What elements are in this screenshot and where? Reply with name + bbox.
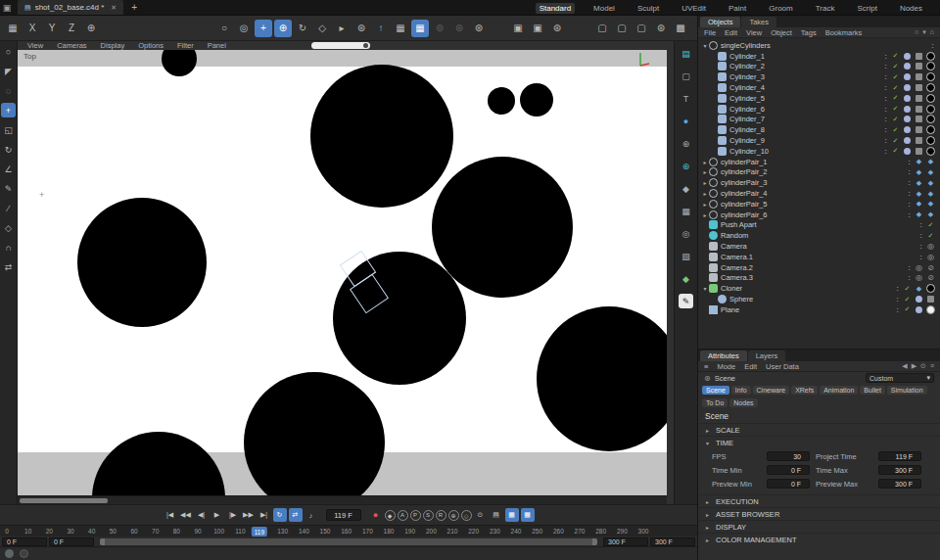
om-row-cloner[interactable]: ▾Cloner:✓◆	[698, 283, 940, 294]
next-frame-button[interactable]: |▶	[226, 508, 240, 522]
tag-matblack-icon[interactable]	[926, 72, 935, 81]
prev-key-button[interactable]: ◀◀	[179, 508, 193, 522]
timeline-prefs-button[interactable]: ▦	[521, 508, 535, 522]
layout-uvedit[interactable]: UVEdit	[678, 3, 710, 14]
expand-arrow-icon[interactable]: ▸	[701, 179, 709, 186]
om-row-cylinder-6[interactable]: Cylinder_6:✓	[698, 104, 940, 115]
layout-nodes[interactable]: Nodes	[896, 3, 926, 14]
tag-xp-icon[interactable]: ◆	[915, 178, 923, 187]
cylinder-shape-9[interactable]	[244, 372, 385, 495]
preview-min-field[interactable]: 0 F	[767, 479, 810, 489]
om-row-singlecylinders[interactable]: ▾singleCylinders:	[698, 40, 940, 51]
tag-phong-icon[interactable]	[903, 62, 912, 70]
om-filter-icon[interactable]: ▾	[922, 28, 926, 36]
status-render-icon[interactable]	[5, 549, 14, 558]
record-scale-button[interactable]: S	[423, 510, 434, 521]
visibility-dots-icon[interactable]: :	[883, 52, 888, 61]
layout-groom[interactable]: Groom	[765, 3, 796, 14]
tag-check-icon[interactable]: ✓	[891, 62, 900, 70]
tag-matblack-icon[interactable]	[926, 147, 935, 156]
close-tab-icon[interactable]: ✕	[111, 4, 117, 12]
tag-matwhite-icon[interactable]	[926, 305, 935, 314]
visibility-dots-icon[interactable]: :	[883, 147, 888, 156]
new-tab-button[interactable]: +	[131, 2, 137, 13]
tag-matblack-icon[interactable]	[926, 52, 935, 61]
next-key-button[interactable]: ▶▶	[242, 508, 256, 522]
visibility-dots-icon[interactable]: :	[907, 200, 912, 209]
layout-custom-view-button[interactable]: ▢	[633, 20, 650, 37]
simulate-settings-button[interactable]: ⊛	[352, 20, 370, 37]
tag-check-icon[interactable]: ✓	[891, 52, 900, 61]
tag-cam-icon[interactable]: ◎	[915, 273, 923, 282]
sound-toggle-button[interactable]: ♪	[305, 508, 318, 522]
mirror-tool-icon[interactable]: ⇄	[1, 259, 16, 274]
autokey-button[interactable]: A	[398, 510, 408, 521]
tag-check-icon[interactable]: ✓	[903, 284, 912, 293]
om-row-cylinder-1[interactable]: Cylinder_1:✓	[698, 51, 940, 62]
vp-menu-item-options[interactable]: Options	[138, 41, 164, 50]
viewport-horizontal-scrollbar[interactable]	[18, 495, 667, 504]
pm-item-edit[interactable]: Edit	[744, 362, 757, 371]
tag-phong-icon[interactable]	[903, 105, 912, 114]
lock-x-button[interactable]: X	[24, 20, 41, 37]
tag-check-icon[interactable]: ✓	[903, 305, 912, 314]
time-max-field[interactable]: 300 F	[878, 465, 921, 475]
tag-xp-icon[interactable]: ◆	[915, 158, 923, 166]
visibility-dots-icon[interactable]: :	[907, 167, 912, 176]
visibility-dots-icon[interactable]: :	[883, 115, 888, 123]
view-label[interactable]: Top	[24, 52, 36, 61]
om-row-camera-3[interactable]: Camera.3:◎⊘	[698, 273, 940, 284]
tag-check-icon[interactable]: ✓	[891, 136, 900, 145]
tab-layers[interactable]: Layers	[748, 350, 786, 361]
tag-xp-icon[interactable]: ◆	[926, 158, 935, 166]
record-keyframe-button[interactable]: ●	[369, 508, 383, 522]
visibility-dots-icon[interactable]: :	[883, 62, 888, 70]
attr-pin-icon[interactable]: ⊙	[920, 362, 926, 370]
om-row-random[interactable]: Random:✓	[698, 230, 940, 241]
render-settings-button[interactable]: ⊛	[548, 20, 566, 37]
layout-track[interactable]: Track	[812, 3, 839, 14]
pm-item-edit[interactable]: Edit	[725, 28, 737, 37]
om-row-plane[interactable]: Plane:✓	[698, 304, 940, 315]
om-row-cylinder-7[interactable]: Cylinder_7:✓	[698, 115, 940, 125]
atab-todo[interactable]: To Do	[702, 398, 728, 407]
atab-bullet[interactable]: Bullet	[860, 386, 885, 395]
record-pla-button[interactable]: ◇	[461, 510, 472, 521]
grid-toggle-button[interactable]: ▦	[392, 20, 409, 37]
loop-mode-button[interactable]: ↻	[273, 508, 287, 522]
dopesheet-button[interactable]: ▦	[505, 508, 519, 522]
tag-phong-icon[interactable]	[903, 136, 912, 145]
document-tab[interactable]: ▤ shot_02_base.c4d * ✕	[18, 0, 123, 15]
visibility-dots-icon[interactable]: :	[883, 94, 888, 103]
attr-forward-icon[interactable]: ▶	[912, 362, 916, 370]
scale-tool-icon[interactable]: ◱	[1, 122, 16, 137]
cylinder-shape-5[interactable]	[432, 157, 573, 298]
layout-single-view-button[interactable]: ▢	[593, 20, 611, 37]
visibility-dots-icon[interactable]: :	[918, 253, 923, 261]
visibility-dots-icon[interactable]: :	[895, 305, 900, 314]
visibility-dots-icon[interactable]: :	[930, 41, 935, 50]
tag-phong-icon[interactable]	[903, 83, 912, 92]
range-start-field-2[interactable]: 0 F	[49, 537, 94, 546]
expand-arrow-icon[interactable]: ▾	[701, 42, 709, 49]
tag-phong-icon[interactable]	[903, 125, 912, 134]
viewport-canvas[interactable]: Top +	[18, 50, 667, 495]
visibility-dots-icon[interactable]: :	[895, 295, 900, 303]
atab-simulation[interactable]: Simulation	[887, 386, 927, 395]
om-row-cylinderpair-5[interactable]: ▸cylinderPair_5:◆◆	[698, 199, 940, 210]
tag-matblack-icon[interactable]	[926, 94, 935, 103]
cylinder-shape-8[interactable]	[537, 306, 667, 451]
axis-gizmo-icon[interactable]	[630, 51, 651, 69]
atab-scene[interactable]: Scene	[702, 386, 729, 395]
om-row-cylinderpair-2[interactable]: ▸cylinderPair_2:◆◆	[698, 167, 940, 178]
atab-nodes[interactable]: Nodes	[729, 398, 757, 407]
lock-y-button[interactable]: Y	[43, 20, 61, 37]
tag-tex-icon[interactable]	[915, 62, 923, 70]
layout-quad-view-button[interactable]: ▢	[613, 20, 631, 37]
tag-tex-icon[interactable]	[915, 72, 923, 81]
cylinder-shape-10[interactable]	[92, 432, 225, 495]
vp-menu-item-panel[interactable]: Panel	[208, 41, 226, 50]
tag-cam-icon[interactable]: ◎	[915, 263, 923, 272]
upload-button[interactable]: ↑	[372, 20, 390, 37]
om-row-cylinder-8[interactable]: Cylinder_8:✓	[698, 124, 940, 135]
